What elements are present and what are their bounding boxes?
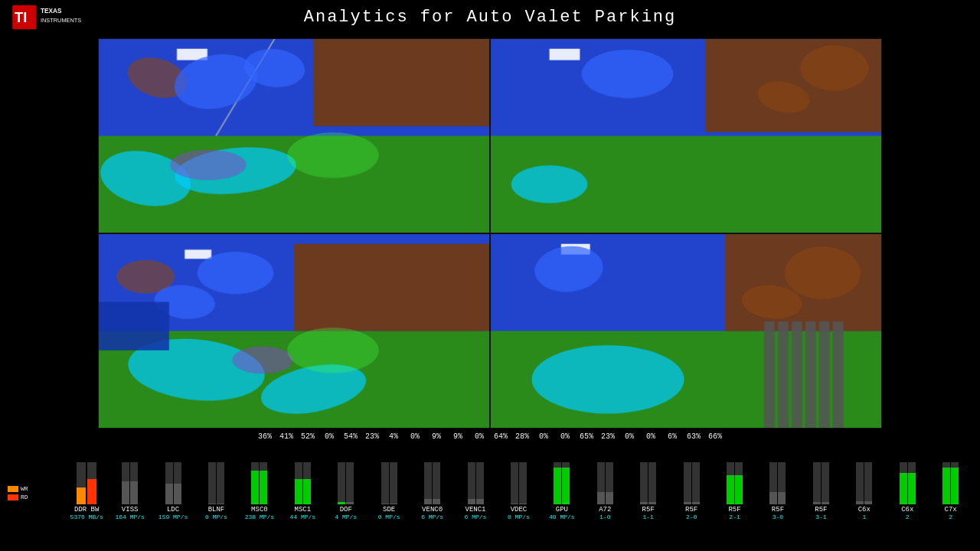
- metric-sublabel: 1-0: [599, 514, 610, 520]
- metric-sublabel: 0 MP/s: [378, 514, 400, 520]
- metric-group-vdec-10: VDEC0 MP/s: [497, 462, 540, 520]
- metric-group-c6x-19: C6x2: [886, 462, 929, 520]
- metric-name: LDC: [167, 506, 179, 514]
- video-cell-top-left: [98, 38, 490, 233]
- metric-sublabel: 44 MP/s: [290, 514, 316, 520]
- metric-name: BLNF: [208, 506, 225, 514]
- legend-area: WR RD: [8, 467, 61, 520]
- metric-name: R5F: [772, 506, 784, 514]
- metric-group-sde-7: SDE0 MP/s: [368, 462, 410, 520]
- metric-group-venc1-9: VENC16 MP/s: [454, 462, 497, 520]
- pct-label: 52%: [297, 432, 318, 441]
- video-grid: [98, 38, 882, 429]
- metric-sublabel: 2: [949, 514, 952, 520]
- metric-name: VENC1: [466, 506, 486, 514]
- pct-label: 36%: [254, 432, 276, 441]
- metric-name: R5F: [685, 506, 697, 514]
- metric-group-msc0-4: MSC0238 MP/s: [238, 462, 281, 520]
- pct-label: 23%: [597, 432, 619, 441]
- metric-name: C7x: [945, 506, 957, 514]
- metric-name: R5F: [815, 506, 827, 514]
- pct-label: 41%: [276, 432, 297, 441]
- pct-label: 65%: [576, 432, 597, 441]
- metric-name: DOF: [340, 506, 352, 514]
- metric-sublabel: 1-1: [642, 514, 653, 520]
- metric-name: MSC0: [251, 506, 268, 514]
- pct-label: 0%: [619, 432, 640, 441]
- page-title: Analytics for Auto Valet Parking: [0, 8, 980, 27]
- rd-color-box: [8, 494, 18, 500]
- metric-sublabel: 6 MP/s: [421, 514, 443, 520]
- metric-sublabel: 6 MP/s: [465, 514, 487, 520]
- metric-sublabel: 1: [862, 514, 866, 520]
- metric-group-venc0-8: VENC06 MP/s: [410, 462, 453, 520]
- metric-name: DDR BW: [74, 506, 99, 514]
- legend-wr: WR: [8, 485, 28, 492]
- metric-sublabel: 40 MP/s: [549, 514, 575, 520]
- metric-sublabel: 2-0: [686, 514, 697, 520]
- pct-label: 0%: [469, 432, 490, 441]
- metric-group-dof-6: DOF4 MP/s: [325, 462, 368, 520]
- video-cell-bottom-left: [98, 233, 490, 429]
- metric-sublabel: 4 MP/s: [335, 514, 357, 520]
- pct-label: 64%: [490, 432, 511, 441]
- metric-sublabel: 0 MP/s: [205, 514, 227, 520]
- pct-label: 0%: [640, 432, 662, 441]
- metric-sublabel: 164 MP/s: [115, 514, 144, 520]
- metric-name: VENC0: [422, 506, 443, 514]
- metric-group-r5f-15: R5F2-1: [713, 462, 756, 520]
- pct-label: 4%: [383, 432, 404, 441]
- metric-group-r5f-16: R5F3-0: [756, 462, 799, 520]
- pct-label: 66%: [704, 432, 726, 441]
- metric-group-c7x-20: C7x2: [929, 462, 972, 520]
- metric-sublabel: 159 MP/s: [158, 514, 188, 520]
- pct-label: 0%: [318, 432, 340, 441]
- svg-text:INSTRUMENTS: INSTRUMENTS: [41, 17, 81, 24]
- metric-name: VISS: [122, 506, 139, 514]
- metric-name: C6x: [858, 506, 871, 514]
- metric-sublabel: 3-0: [773, 514, 783, 520]
- pct-label: 28%: [511, 432, 533, 441]
- pct-label: 0%: [554, 432, 576, 441]
- metric-sublabel: 2-1: [729, 514, 740, 520]
- metric-group-viss-1: VISS164 MP/s: [108, 462, 151, 520]
- metric-name: C6x: [901, 506, 913, 514]
- metric-group-r5f-13: R5F1-1: [626, 462, 669, 520]
- metric-group-r5f-14: R5F2-0: [670, 462, 713, 520]
- pct-label: 23%: [361, 432, 383, 441]
- metric-group-ldc-2: LDC159 MP/s: [152, 462, 194, 520]
- metric-group-a72-12: A721-0: [583, 462, 626, 520]
- metric-sublabel: 5376 MB/s: [70, 514, 103, 520]
- metric-group-c6x-18: C6x1: [843, 462, 886, 520]
- pct-label: 6%: [662, 432, 683, 441]
- legend-rd: RD: [8, 494, 28, 500]
- metric-group-r5f-17: R5F3-1: [799, 462, 842, 520]
- svg-text:TI: TI: [15, 9, 27, 25]
- wr-label: WR: [21, 485, 28, 492]
- metric-name: MSC1: [295, 506, 312, 514]
- metric-group-blnf-3: BLNF0 MP/s: [194, 462, 237, 520]
- metric-name: GPU: [556, 506, 568, 514]
- svg-text:TEXAS: TEXAS: [41, 8, 62, 15]
- video-cell-bottom-right: [490, 233, 882, 429]
- metric-group-gpu-11: GPU40 MP/s: [541, 462, 583, 520]
- pct-label: 54%: [340, 432, 361, 441]
- wr-color-box: [8, 486, 18, 492]
- rd-label: RD: [21, 494, 28, 500]
- header: TI TEXAS INSTRUMENTS Analytics for Auto …: [0, 0, 980, 34]
- metric-group-msc1-5: MSC144 MP/s: [281, 462, 324, 520]
- pct-label: 0%: [533, 432, 554, 441]
- metric-name: A72: [599, 506, 611, 514]
- metric-name: VDEC: [511, 506, 528, 514]
- metric-sublabel: 0 MP/s: [508, 514, 530, 520]
- metric-name: SDE: [383, 506, 395, 514]
- metric-name: R5F: [642, 506, 655, 514]
- metric-group-ddrbw-0: DDR BW5376 MB/s: [65, 462, 108, 520]
- metric-sublabel: 3-1: [815, 514, 826, 520]
- pct-row: 36%41%52%0%54%23%4%0%9%9%0%64%28%0%0%65%…: [0, 429, 980, 444]
- analytics-bar: WR RD DDR BW5376 MB/sVISS164 MP/sLDC159 …: [0, 444, 980, 520]
- metric-sublabel: 2: [906, 514, 910, 520]
- pct-label: 9%: [426, 432, 447, 441]
- pct-label: 0%: [404, 432, 426, 441]
- metric-sublabel: 238 MP/s: [245, 514, 274, 520]
